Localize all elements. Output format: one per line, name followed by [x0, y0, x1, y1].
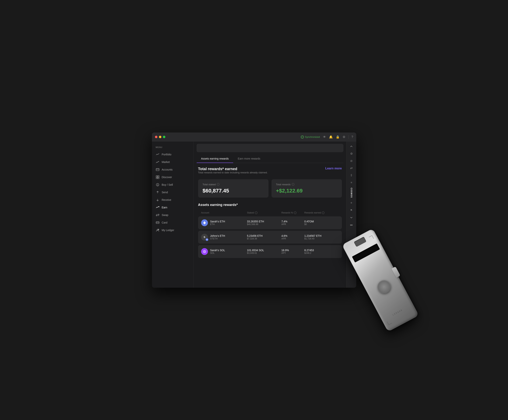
ban-btn[interactable]: ⊘	[348, 158, 355, 164]
sidebar-item-buysell[interactable]: $ Buy / Sell	[152, 181, 193, 188]
plus-btn[interactable]: +	[348, 200, 355, 207]
lock-icon[interactable]: 🔒	[336, 135, 340, 139]
rewards-pct-0: 7.4% APR	[281, 220, 304, 226]
rewards-earned-col-info[interactable]: i	[322, 211, 324, 214]
col-account: Account	[201, 211, 247, 214]
right-panel: ⚙ ⊘ ⇄ ₿ ≡ Cosmos + ⚑ ▬	[346, 142, 356, 288]
stats-row: Total staked i $60,877.45 Total rewards …	[198, 179, 342, 198]
total-staked-value: $60,877.45	[203, 188, 264, 194]
rewards-pct-col-info[interactable]: i	[294, 211, 296, 214]
staked-amount-0: 33.26355 ETH	[247, 220, 281, 223]
rewards-earned-1: 1.234567 ETH $1,728.40	[304, 234, 339, 240]
eye-icon[interactable]: 👁	[323, 135, 326, 139]
learn-more-link[interactable]: Learn more	[325, 167, 342, 170]
sync-status: ✓ Synchronized	[301, 135, 320, 139]
bell-icon[interactable]: 🔔	[329, 135, 333, 139]
svg-text:$: $	[157, 184, 158, 186]
asset-info-1: S Johns's ETH STETH	[201, 234, 247, 240]
table-row[interactable]: Sarah's ETH ETH 33.26355 ETH $46,568.96 …	[198, 216, 342, 229]
buysell-icon: $	[156, 183, 160, 187]
rewards-pct-value-1: 4.6%	[281, 234, 304, 237]
rewards-type-1: APR	[281, 237, 304, 240]
rewards-info-icon[interactable]: i	[292, 183, 294, 186]
chevron-down-btn[interactable]	[348, 214, 355, 221]
sidebar-portfolio-label: Portfolio	[162, 153, 171, 156]
sidebar-item-accounts[interactable]: Accounts	[152, 166, 193, 173]
staked-col-info[interactable]: i	[255, 211, 258, 214]
sidebar-send-label: Send	[162, 191, 168, 194]
bitcoin-btn[interactable]: ₿	[348, 172, 355, 179]
staked-0: 33.26355 ETH $46,568.96	[247, 220, 281, 226]
rewards-pct-value-2: 16.9%	[281, 249, 304, 252]
sync-label: Synchronized	[305, 135, 320, 138]
sidebar-item-card[interactable]: Card	[152, 219, 193, 226]
minimize-button[interactable]	[159, 136, 161, 138]
sidebar-item-discover[interactable]: Discover	[152, 173, 193, 181]
rewards-pct-value-0: 7.4%	[281, 220, 304, 223]
flag-btn[interactable]: ⚑	[348, 207, 355, 214]
sidebar-item-market[interactable]: Market	[152, 158, 193, 166]
myledger-icon	[156, 228, 160, 232]
cosmos-label: Cosmos	[350, 186, 353, 199]
staked-amount-2: 101.6534 SOL	[247, 249, 281, 252]
table-row[interactable]: Sarah's SOL SOL 101.6534 SOL $3,049.61 1…	[198, 245, 342, 258]
staked-info-icon[interactable]: i	[217, 183, 220, 186]
table-row[interactable]: S Johns's ETH STETH 5.23456 ET	[198, 231, 342, 244]
main-window: ✓ Synchronized 👁 🔔 🔒 ⚙ ? MENU	[152, 133, 356, 288]
total-rewards-card: Total rewards i +$2,122.69	[272, 179, 342, 198]
assets-title: Assets earning rewards*	[198, 203, 342, 207]
total-staked-label: Total staked i	[203, 183, 264, 186]
close-button[interactable]	[155, 136, 157, 138]
asset-info-0: Sarah's ETH ETH	[201, 219, 247, 226]
main-layout: MENU Portfolio Market	[152, 142, 356, 288]
asset-ticker-2: SOL	[210, 252, 225, 254]
sidebar-swap-label: Swap	[162, 213, 168, 217]
sidebar-item-send[interactable]: Send	[152, 188, 193, 196]
rewards-type-2: APY	[281, 252, 304, 254]
staked-fiat-2: $3,049.61	[247, 252, 281, 254]
staked-2: 101.6534 SOL $3,049.61	[247, 249, 281, 254]
sidebar: MENU Portfolio Market	[152, 142, 193, 288]
sidebar-item-receive[interactable]: Receive	[152, 196, 193, 204]
chevron-up-btn[interactable]	[348, 143, 355, 150]
search-bar[interactable]	[197, 144, 343, 152]
layers-btn[interactable]: ≡	[348, 179, 355, 186]
rect-btn[interactable]: ▬	[348, 221, 355, 228]
tab-assets-earning[interactable]: Assets earning rewards	[197, 154, 233, 163]
sidebar-item-swap[interactable]: Swap	[152, 211, 193, 219]
send-icon	[156, 190, 160, 194]
sidebar-item-earn[interactable]: Earn	[152, 204, 193, 211]
svg-point-21	[204, 251, 205, 252]
rewards-earned-fiat-2: $248.2	[304, 252, 339, 254]
tabs: Assets earning rewards Earn more rewards	[197, 154, 343, 163]
gear-icon[interactable]: ⚙	[343, 135, 345, 139]
title-bar-right: ✓ Synchronized 👁 🔔 🔒 ⚙ ?	[301, 135, 353, 139]
svg-rect-10	[156, 222, 159, 224]
gear-btn-right[interactable]: ⚙	[348, 150, 355, 157]
title-bar-icons: 👁 🔔 🔒 ⚙ ?	[323, 135, 353, 139]
maximize-button[interactable]	[163, 136, 165, 138]
total-staked-card: Total staked i $60,877.45	[198, 179, 268, 198]
help-icon[interactable]: ?	[352, 135, 353, 139]
ledger-round-button	[375, 278, 393, 296]
svg-marker-15	[203, 221, 205, 224]
bracket-tr	[368, 235, 374, 240]
earn-icon	[156, 206, 160, 209]
asset-details-0: Sarah's ETH ETH	[210, 220, 225, 226]
rewards-type-0: APR	[281, 223, 304, 226]
avatar-eth-0	[201, 219, 208, 226]
svg-rect-0	[156, 168, 159, 171]
rewards-earned-fiat-1: $1,728.40	[304, 237, 339, 240]
rewards-earned-fiat-0: $0	[304, 223, 339, 226]
shuffle-btn[interactable]: ⇄	[348, 165, 355, 172]
sync-icon: ✓	[301, 135, 304, 139]
avatar-steth-1: S	[201, 234, 208, 240]
sidebar-item-portfolio[interactable]: Portfolio	[152, 151, 193, 158]
sidebar-myledger-label: My Ledger	[162, 229, 174, 232]
avatar-sol-2	[201, 248, 208, 255]
asset-name-1: Johns's ETH	[210, 234, 225, 237]
sidebar-accounts-label: Accounts	[162, 168, 173, 171]
rewards-title-group: Total rewards* earned Total rewards earn…	[198, 167, 268, 178]
sidebar-item-myledger[interactable]: My Ledger	[152, 226, 193, 234]
tab-earn-more[interactable]: Earn more rewards	[233, 154, 265, 163]
